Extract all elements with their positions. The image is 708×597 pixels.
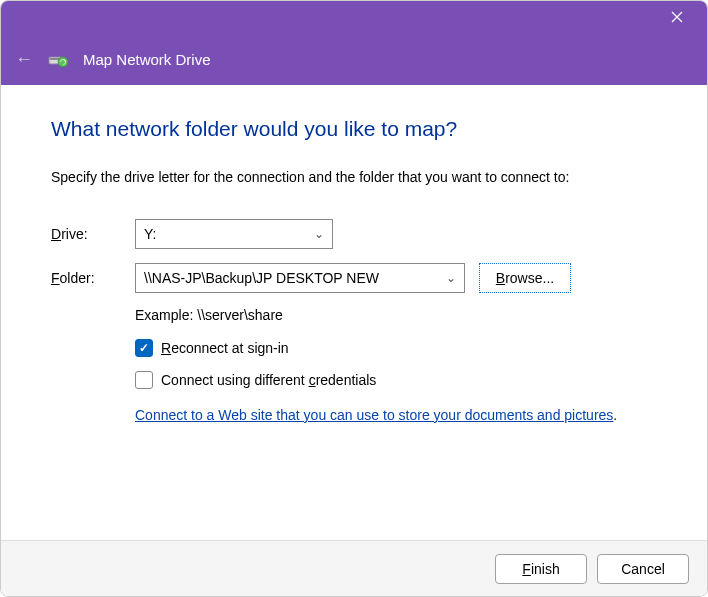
network-drive-icon bbox=[47, 48, 69, 70]
connect-website-link[interactable]: Connect to a Web site that you can use t… bbox=[135, 407, 613, 423]
header-bar: ← Map Network Drive bbox=[1, 33, 707, 85]
content-area: What network folder would you like to ma… bbox=[1, 85, 707, 540]
web-link-row: Connect to a Web site that you can use t… bbox=[135, 407, 657, 423]
close-button[interactable] bbox=[655, 1, 699, 33]
folder-value: \\NAS-JP\Backup\JP DESKTOP NEW bbox=[144, 270, 446, 286]
map-network-drive-dialog: ← Map Network Drive What network folder … bbox=[0, 0, 708, 597]
credentials-label: Connect using different credentials bbox=[161, 372, 376, 388]
chevron-down-icon: ⌄ bbox=[314, 227, 324, 241]
example-text: Example: \\server\share bbox=[135, 307, 657, 323]
close-icon bbox=[671, 11, 683, 23]
reconnect-row: ✓ Reconnect at sign-in bbox=[135, 339, 657, 357]
folder-row: Folder: \\NAS-JP\Backup\JP DESKTOP NEW ⌄… bbox=[51, 263, 657, 293]
reconnect-label: Reconnect at sign-in bbox=[161, 340, 289, 356]
titlebar bbox=[1, 1, 707, 33]
credentials-row: Connect using different credentials bbox=[135, 371, 657, 389]
folder-label: Folder: bbox=[51, 270, 135, 286]
page-heading: What network folder would you like to ma… bbox=[51, 117, 657, 141]
browse-button[interactable]: Browse... bbox=[479, 263, 571, 293]
svg-point-2 bbox=[58, 57, 68, 67]
chevron-down-icon: ⌄ bbox=[446, 271, 456, 285]
drive-value: Y: bbox=[144, 226, 156, 242]
folder-combobox[interactable]: \\NAS-JP\Backup\JP DESKTOP NEW ⌄ bbox=[135, 263, 465, 293]
footer-bar: Finish Cancel bbox=[1, 540, 707, 596]
drive-combobox[interactable]: Y: ⌄ bbox=[135, 219, 333, 249]
finish-button[interactable]: Finish bbox=[495, 554, 587, 584]
reconnect-checkbox[interactable]: ✓ bbox=[135, 339, 153, 357]
header-title: Map Network Drive bbox=[83, 51, 211, 68]
back-arrow-icon[interactable]: ← bbox=[15, 49, 33, 70]
credentials-checkbox[interactable] bbox=[135, 371, 153, 389]
drive-label: Drive: bbox=[51, 226, 135, 242]
drive-row: Drive: Y: ⌄ bbox=[51, 219, 657, 249]
page-subhead: Specify the drive letter for the connect… bbox=[51, 169, 657, 185]
cancel-button[interactable]: Cancel bbox=[597, 554, 689, 584]
